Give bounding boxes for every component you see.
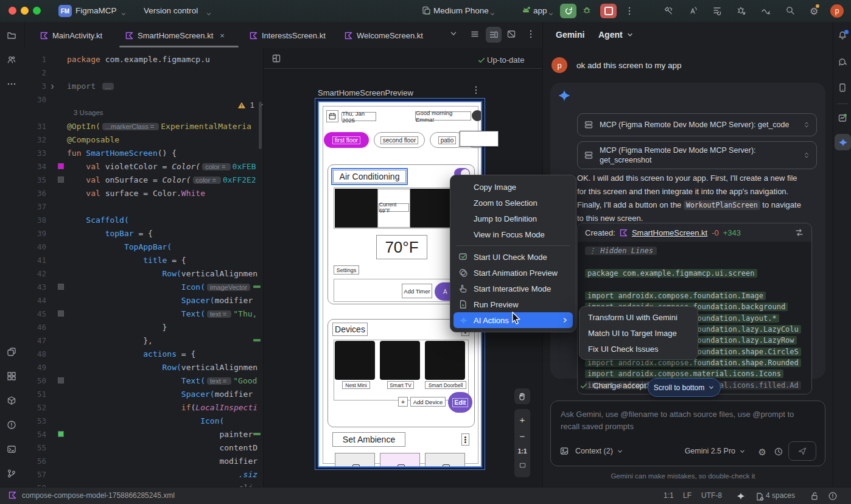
menu-item-view-in-focus-mode[interactable]: View in Focus Mode (454, 226, 573, 242)
terminal-icon[interactable] (7, 444, 16, 454)
expand-chevron-icon[interactable] (803, 121, 810, 128)
encoding[interactable]: UTF-8 (701, 491, 722, 500)
project-icon[interactable] (7, 30, 16, 40)
maximize-window-button[interactable] (33, 7, 41, 15)
preview-layout-icon[interactable] (271, 54, 281, 66)
search-everywhere-icon[interactable] (785, 5, 795, 15)
no-preview-icon[interactable] (506, 29, 516, 41)
editor-list-icon[interactable] (470, 29, 480, 41)
build-icon[interactable] (7, 396, 16, 405)
tab-more-icon[interactable] (526, 29, 536, 41)
submenu-item-match-ui-to-target-image[interactable]: Match UI to Target Image (580, 325, 698, 341)
gemini-input-box[interactable]: Ask Gemini, use @filename to attach sour… (550, 401, 825, 466)
menu-item-start-interactive-mode[interactable]: Start Interactive Mode (454, 281, 573, 296)
chevron-down-icon (708, 384, 715, 391)
stop-button[interactable] (600, 4, 617, 18)
status-file-name[interactable]: compose-compose-model-1758866285245.xml (22, 491, 175, 500)
history-clock-icon[interactable] (774, 447, 783, 457)
hammer-icon[interactable] (664, 5, 673, 15)
profiler-icon[interactable] (761, 5, 771, 15)
run-config-selector[interactable]: app (533, 6, 547, 15)
vcs-widget[interactable]: Version control (144, 6, 198, 15)
debug-icon[interactable] (582, 5, 592, 17)
scroll-to-bottom-button[interactable]: Scroll to bottom (648, 378, 721, 397)
fold-arrow-icon[interactable]: ❯ (51, 83, 58, 89)
tab-interestsscreen-kt[interactable]: InterestsScreen.kt (243, 26, 336, 45)
version-control-icon[interactable] (7, 469, 16, 478)
more-tool-windows-icon[interactable] (7, 79, 16, 89)
device-manager-icon[interactable] (838, 83, 847, 93)
line-ending[interactable]: LF (683, 491, 692, 500)
minimize-window-button[interactable] (21, 7, 29, 15)
created-file-link[interactable]: SmartHomeScreen.kt (632, 228, 707, 237)
chevron-down-icon (206, 9, 212, 19)
attach-debugger-icon[interactable] (737, 5, 746, 15)
line-number: 39 (24, 229, 51, 238)
zoom-out-button[interactable]: − (520, 431, 525, 441)
gemini-icon[interactable] (835, 134, 851, 150)
close-window-button[interactable] (9, 7, 16, 15)
notifications-icon[interactable] (838, 30, 847, 40)
tool-call-label: MCP (Figma Remote Dev Mode MCP Server): … (600, 120, 789, 130)
menu-item-zoom-to-selection[interactable]: Zoom to Selection (454, 195, 573, 211)
zoom-in-button[interactable]: + (520, 415, 525, 425)
menu-item-run-preview[interactable]: Run Preview (454, 296, 573, 312)
tab-welcomescreen-kt[interactable]: WelcomeScreen.kt (338, 26, 436, 45)
code-inspect-icon[interactable] (688, 5, 698, 15)
device-selector[interactable]: Medium Phone (433, 6, 489, 15)
pan-hand-button[interactable] (514, 388, 530, 404)
gemini-settings-gear-icon[interactable]: ⚙ (758, 447, 766, 458)
tab-mainactivity-kt[interactable]: MainActivity.kt (34, 26, 119, 45)
menu-item-jump-to-definition[interactable]: Jump to Definition (454, 211, 573, 226)
caret-position[interactable]: 1:1 (664, 491, 674, 500)
line-number: 49 (24, 363, 51, 372)
user-avatar[interactable]: p (830, 4, 844, 18)
problem-circle-icon[interactable] (828, 491, 838, 501)
project-selector[interactable]: FigmaMCP (75, 6, 117, 15)
rerun-button[interactable] (560, 4, 576, 18)
color-swatch (58, 284, 67, 290)
usages-hint[interactable]: 3 Usages (24, 109, 103, 116)
menu-item-start-ui-check-mode[interactable]: Start UI Check Mode (454, 249, 573, 265)
structure-users-icon[interactable] (7, 55, 16, 65)
commit-icon[interactable] (7, 347, 16, 357)
menu-separator (457, 245, 570, 246)
close-tab-icon[interactable]: × (220, 31, 225, 40)
menu-item-copy-image[interactable]: Copy Image (454, 179, 573, 195)
send-button[interactable] (788, 441, 816, 461)
agent-mode-selector[interactable]: Agent (598, 30, 634, 40)
settings-icon[interactable]: ⚙ (810, 5, 818, 17)
tab-list-chevron-icon[interactable] (449, 29, 458, 40)
packages-icon[interactable] (7, 371, 16, 381)
line-number: 51 (24, 390, 51, 399)
model-selector[interactable]: Gemini 2.5 Pro (685, 447, 746, 455)
split-preview-icon[interactable] (486, 27, 502, 43)
code-line: 35 val onSurface = Color(color = 0xFF2E2 (24, 173, 263, 186)
expand-chevron-icon[interactable] (803, 152, 810, 159)
zoom-100-button[interactable]: 1:1 (517, 447, 527, 455)
gradle-icon[interactable] (838, 57, 847, 67)
room-chip: first floor (324, 132, 369, 148)
editor-scrollbar[interactable] (259, 102, 262, 149)
attach-image-icon[interactable] (559, 446, 569, 456)
tool-call-0[interactable]: MCP (Figma Remote Dev Mode MCP Server): … (577, 113, 817, 136)
tool-call-1[interactable]: MCP (Figma Remote Dev Mode MCP Server):g… (577, 141, 817, 169)
problems-icon[interactable] (7, 420, 16, 430)
zoom-fit-button[interactable] (519, 461, 527, 472)
context-dropdown[interactable]: Context (2) (575, 447, 623, 455)
todo-list-icon[interactable] (712, 5, 722, 15)
preview-more-kebab-icon[interactable] (471, 85, 481, 97)
unlock-icon[interactable] (810, 491, 819, 501)
gemini-star-icon[interactable] (737, 492, 745, 500)
more-actions-icon[interactable] (625, 6, 634, 18)
menu-item-start-animation-preview[interactable]: Start Animation Preview (454, 265, 573, 281)
submenu-item-fix-ui-check-issues[interactable]: Fix UI Check Issues (580, 341, 698, 357)
diff-icon[interactable] (794, 228, 804, 237)
code-text: Text(text = "Good (67, 376, 257, 385)
code-editor[interactable]: 1package com.example.figmamcp.u23❯import… (24, 48, 263, 487)
tab-gemini[interactable]: Gemini (556, 30, 584, 40)
tab-smarthomescreen-kt[interactable]: SmartHomeScreen.kt× (119, 26, 239, 45)
app-insights-icon[interactable] (838, 113, 847, 123)
submenu-item-transform-ui-with-gemini[interactable]: Transform UI with Gemini (580, 309, 698, 325)
indent-setting[interactable]: 4 spaces (766, 491, 795, 500)
